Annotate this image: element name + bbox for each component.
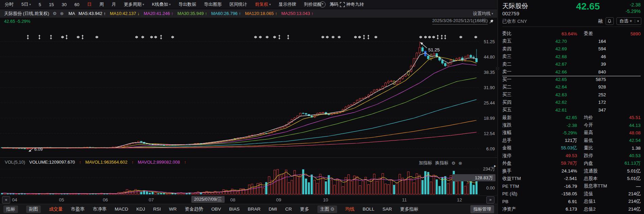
volume-axis-value-chip: 128.83万	[452, 174, 495, 181]
order-level-label: 卖二	[498, 61, 533, 67]
stat-value: 5890	[616, 31, 644, 36]
stat-value: 49.53	[533, 153, 577, 158]
price-axis-tick: 18.99	[484, 116, 495, 121]
stat-value: 5.01亿	[616, 168, 644, 174]
stat-value: 59.78万	[533, 160, 577, 166]
divider	[502, 27, 641, 27]
bid-row-买二[interactable]: 买二42.64928	[498, 83, 644, 91]
watchlist-button[interactable]: 自选 + ▾	[616, 17, 641, 25]
ask-row-卖四[interactable]: 卖四42.69594	[498, 45, 644, 53]
stat-value: 63.64%	[533, 31, 577, 36]
tab-KDJ[interactable]: KDJ	[136, 207, 145, 212]
order-size: 39	[567, 62, 606, 67]
bid-row-买一[interactable]: 买一42.655875	[498, 76, 644, 83]
stat-row-金额: 金额55.03亿量比1.38	[498, 144, 644, 152]
stat-label: PB	[498, 199, 533, 204]
tab-BOLL[interactable]: BOLL	[363, 207, 375, 212]
stat-row-净资产: 净资产6.173总值2214亿	[498, 205, 644, 213]
order-price: 42.68	[533, 54, 567, 59]
bid-row-买三[interactable]: 买三42.63252	[498, 91, 644, 98]
order-size: 172	[567, 100, 606, 105]
stat-row-换手: 换手24.14%流通股5.01亿	[498, 167, 644, 175]
pin-icon[interactable]	[489, 19, 494, 23]
stat-row-外盘: 外盘59.78万内盘61.13万	[498, 160, 644, 167]
order-level-label: 卖三	[498, 53, 533, 60]
order-price: 42.64	[533, 84, 567, 89]
ask-row-卖一[interactable]: 卖一42.66840	[498, 68, 644, 76]
tab-更多指标[interactable]: 更多指标	[400, 206, 418, 212]
stat-label: 委比	[498, 31, 533, 37]
scroll-right-button[interactable]: »	[486, 196, 494, 203]
stat-value: 6.173	[533, 207, 577, 212]
tab-RSI[interactable]: RSI	[153, 207, 161, 212]
low-price-annotation: 6.09	[34, 147, 42, 152]
volume-header-segment: MAVOL2:899082.008	[138, 160, 180, 165]
swap-indicator-button[interactable]: 换指标	[435, 160, 448, 166]
tab-BIAS[interactable]: BIAS	[229, 207, 240, 212]
close-circle-icon[interactable]: ⊗	[458, 161, 462, 166]
indicator-manage-button[interactable]: 指标管理	[470, 205, 494, 213]
order-level-label: 买五	[498, 107, 533, 113]
tab-均线[interactable]: 均线	[345, 206, 354, 212]
ask-row-卖三[interactable]: 卖三42.6846	[498, 53, 644, 60]
order-size: 594	[567, 46, 606, 51]
kline-chart[interactable]: 51.2544.8038.3531.9025.4418.9912.546.092…	[0, 0, 497, 214]
scroll-left-button[interactable]: «	[2, 196, 10, 203]
x-axis-month-tick: 10	[323, 197, 328, 202]
panel-collapse-arrow-icon[interactable]: ▸	[494, 164, 496, 168]
price-change: -2.38	[630, 2, 641, 7]
date-range-label[interactable]: 2025/3/26-2025/12/1(168根)	[432, 18, 488, 24]
tab-更多[interactable]: 更多	[300, 206, 309, 212]
tab-指标[interactable]: 指标	[3, 205, 18, 213]
order-size: 347	[567, 108, 606, 113]
gear-icon[interactable]: ⚙	[451, 161, 455, 166]
stat-value: 44.13	[616, 123, 644, 128]
tab-主图 ⊙[interactable]: 主图 ⊙	[317, 205, 337, 213]
splitter-grip-icon[interactable]: ⋮⋮	[495, 67, 500, 70]
stat-label: 收益TTM	[498, 176, 533, 182]
order-size: 928	[567, 84, 606, 89]
order-price: 42.70	[533, 39, 567, 44]
order-level-label: 卖一	[498, 69, 533, 75]
order-level-label: 买四	[498, 99, 533, 105]
stat-label: 涨跌	[498, 122, 533, 128]
order-size: 46	[567, 54, 606, 59]
tab-副图[interactable]: 副图	[26, 205, 41, 213]
stat-label: 净资产	[498, 206, 533, 212]
x-axis-month-tick: 08	[230, 197, 235, 202]
tab-DMI[interactable]: DMI	[269, 207, 277, 212]
ask-row-卖二[interactable]: 卖二42.6739	[498, 61, 644, 68]
stat-label: 总值1	[584, 198, 616, 204]
order-price: 42.66	[533, 69, 567, 75]
stat-label: 内盘	[584, 160, 616, 166]
stat-label: 最低	[584, 137, 616, 144]
volume-header-segment: ↑	[132, 160, 134, 165]
tab-市盈率[interactable]: 市盈率	[71, 206, 85, 212]
tab-CR[interactable]: CR	[285, 207, 292, 212]
tab-BRAR[interactable]: BRAR	[248, 207, 261, 212]
price-change-pct: -5.29%	[626, 9, 641, 14]
tab-资金趋势[interactable]: 资金趋势	[185, 206, 203, 212]
stat-value: 6.91	[533, 199, 577, 204]
add-indicator-button[interactable]: 加指标	[419, 160, 432, 166]
expand-icon[interactable]	[340, 2, 345, 7]
svg-text:234万: 234万	[483, 166, 495, 171]
tab-SAR[interactable]: SAR	[382, 207, 392, 212]
stat-label: 流值	[584, 191, 616, 197]
stat-value: 42.54	[616, 138, 644, 143]
bid-row-买五[interactable]: 买五42.61347	[498, 106, 644, 114]
chevron-down-icon[interactable]: ▾	[635, 19, 641, 23]
price-axis-tick: 6.09	[486, 146, 495, 151]
volume-header-segment: ↑	[79, 160, 81, 165]
tab-成交量[interactable]: 成交量	[49, 206, 63, 212]
tab-WR[interactable]: WR	[169, 207, 177, 212]
circle-chevron-icon[interactable]: ▾	[319, 1, 326, 7]
tab-市净率[interactable]: 市净率	[93, 206, 107, 212]
ask-row-卖五[interactable]: 卖五42.70164	[498, 37, 644, 45]
bid-row-买四[interactable]: 买四42.62172	[498, 99, 644, 106]
tab-MACD[interactable]: MACD	[115, 207, 128, 212]
brush-icon[interactable]: ✎	[331, 2, 335, 7]
alert-bell-button[interactable]	[606, 17, 614, 25]
stat-value: 214亿	[616, 206, 644, 212]
tab-OBV[interactable]: OBV	[211, 207, 221, 212]
